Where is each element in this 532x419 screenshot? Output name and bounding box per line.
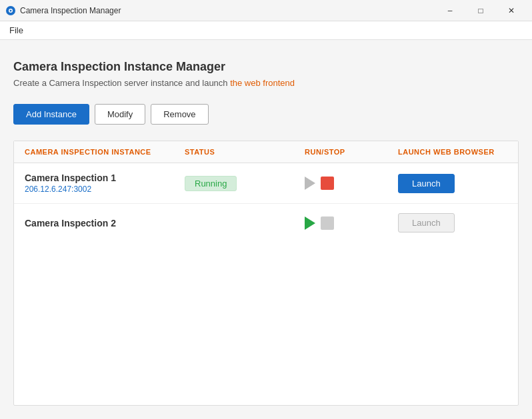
modify-button[interactable]: Modify [95, 104, 145, 125]
stop-button[interactable] [321, 216, 334, 230]
launch-button-disabled: Launch [398, 213, 455, 232]
title-bar-controls: – □ ✕ [435, 0, 527, 21]
table-row: Camera Inspection 2 Launch [14, 204, 518, 242]
status-cell: Running [185, 176, 305, 191]
subtitle-highlight: the web frontend [230, 78, 295, 88]
app-title: Camera Inspection Manager [20, 6, 121, 15]
instance-name: Camera Inspection 1 [25, 173, 185, 183]
col-status: STATUS [185, 148, 305, 156]
col-instance: CAMERA INSPECTION INSTANCE [25, 148, 185, 156]
maximize-button[interactable]: □ [465, 0, 496, 21]
remove-button[interactable]: Remove [151, 104, 208, 125]
run-stop-cell [305, 216, 398, 230]
close-button[interactable]: ✕ [496, 0, 527, 21]
launch-cell: Launch [398, 174, 507, 193]
instance-info: Camera Inspection 1 206.12.6.247:3002 [25, 173, 185, 194]
table-header: CAMERA INSPECTION INSTANCE STATUS RUN/ST… [14, 141, 518, 163]
file-menu[interactable]: File [5, 24, 27, 37]
header-section: Camera Inspection Instance Manager Creat… [13, 60, 519, 88]
instances-table: CAMERA INSPECTION INSTANCE STATUS RUN/ST… [13, 141, 519, 406]
launch-cell: Launch [398, 213, 507, 232]
run-stop-cell [305, 177, 398, 190]
title-bar-left: Camera Inspection Manager [5, 5, 121, 16]
subtitle-prefix: Create a Camera Inspection server instan… [13, 78, 230, 88]
page-title: Camera Inspection Instance Manager [13, 60, 519, 74]
menu-bar: File [0, 21, 532, 40]
svg-point-2 [10, 9, 12, 11]
col-runstop: RUN/STOP [305, 148, 398, 156]
app-icon [5, 5, 16, 16]
title-bar: Camera Inspection Manager – □ ✕ [0, 0, 532, 21]
stop-button[interactable] [321, 177, 334, 190]
instance-url: 206.12.6.247:3002 [25, 185, 185, 194]
main-content: Camera Inspection Instance Manager Creat… [0, 40, 532, 419]
col-launch: LAUNCH WEB BROWSER [398, 148, 507, 156]
page-subtitle: Create a Camera Inspection server instan… [13, 78, 519, 88]
play-button[interactable] [305, 177, 315, 190]
add-instance-button[interactable]: Add Instance [13, 104, 89, 125]
minimize-button[interactable]: – [435, 0, 465, 21]
status-badge: Running [185, 176, 237, 191]
table-row: Camera Inspection 1 206.12.6.247:3002 Ru… [14, 163, 518, 204]
instance-name: Camera Inspection 2 [25, 218, 185, 228]
launch-button[interactable]: Launch [398, 174, 455, 193]
toolbar: Add Instance Modify Remove [13, 104, 519, 125]
instance-info: Camera Inspection 2 [25, 218, 185, 228]
play-button[interactable] [305, 216, 315, 230]
